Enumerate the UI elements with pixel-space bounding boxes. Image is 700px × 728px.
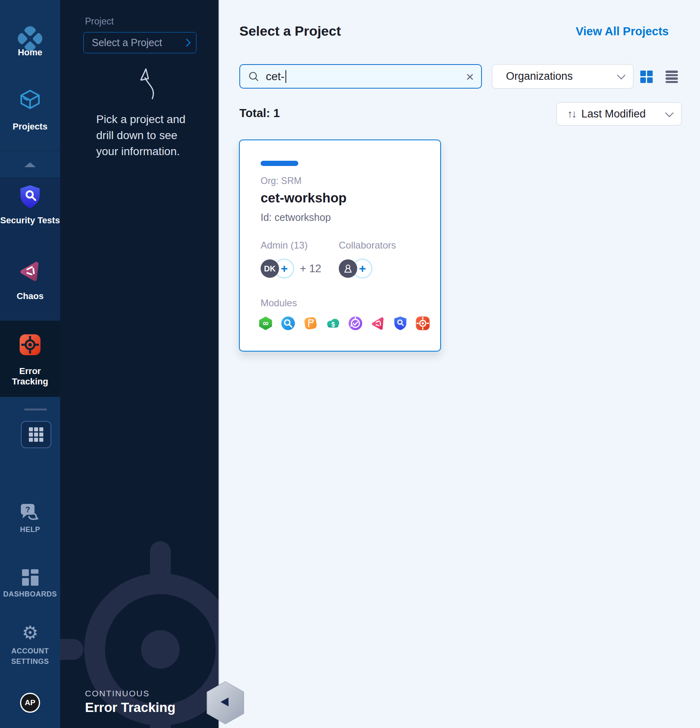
page-title: Select a Project xyxy=(239,23,341,39)
sort-dropdown[interactable]: ↑↓ Last Modified xyxy=(556,102,682,125)
doodle-arrow-icon xyxy=(127,63,164,101)
modules-label: Modules xyxy=(261,297,297,309)
card-project-id: Id: cetworkshop xyxy=(261,212,331,223)
text-caret xyxy=(285,70,287,83)
module-kicker: CONTINUOUS xyxy=(85,689,150,698)
gear-icon: ⚙ xyxy=(0,623,60,642)
list-view-toggle[interactable] xyxy=(666,71,678,83)
sidebar-item-chaos[interactable]: Chaos xyxy=(0,257,60,309)
module-verify-icon xyxy=(281,316,295,331)
sidebar-item-label: Security Tests xyxy=(0,215,60,226)
module-error-tracking-icon xyxy=(415,316,430,331)
launcher-grid-icon xyxy=(29,427,43,442)
search-input[interactable]: cet- × xyxy=(239,64,482,89)
sidebar-item-label: Home xyxy=(0,47,60,58)
project-color-pill xyxy=(261,161,298,166)
chaos-icon xyxy=(18,259,42,283)
module-title: Error Tracking xyxy=(85,700,176,715)
avatar-initials: AP xyxy=(25,698,35,707)
avatar[interactable]: DK xyxy=(261,259,279,278)
user-avatar[interactable]: AP xyxy=(20,693,40,713)
organizations-dropdown[interactable]: Organizations xyxy=(492,64,633,89)
card-project-name: cet-workshop xyxy=(261,190,347,206)
nav-collapse-band[interactable] xyxy=(0,151,60,178)
sidebar-item-label: Chaos xyxy=(0,291,60,301)
search-value: cet- xyxy=(266,70,285,83)
sort-value: Last Modified xyxy=(581,108,666,120)
project-field-label: Project xyxy=(85,16,114,27)
cube-icon xyxy=(17,87,43,113)
chevron-right-icon xyxy=(182,38,191,47)
module-feature-flags-icon xyxy=(303,316,318,331)
total-count: Total: 1 xyxy=(239,107,280,120)
collaborator-avatar-row: + xyxy=(339,259,372,279)
app-window: Home Projects Security xyxy=(0,0,700,728)
sort-arrows-icon: ↑↓ xyxy=(567,108,576,120)
search-icon xyxy=(248,71,259,82)
shield-search-icon xyxy=(19,184,41,209)
module-ci-icon: ∞ xyxy=(258,316,273,331)
error-tracking-icon xyxy=(19,334,41,356)
module-icon-row: ∞ xyxy=(258,316,430,331)
panel-collapse-button[interactable] xyxy=(205,681,245,725)
card-org: Org: SRM xyxy=(261,176,301,186)
sidebar-item-label: DASHBOARDS xyxy=(0,590,60,599)
chevron-down-icon xyxy=(665,109,674,117)
person-icon xyxy=(343,263,353,274)
module-cloud-cost-icon: $ xyxy=(326,316,340,331)
sidebar-item-projects[interactable]: Projects xyxy=(0,84,60,132)
svg-text:∞: ∞ xyxy=(262,318,269,328)
sidebar-item-error-tracking[interactable]: Error Tracking xyxy=(0,331,60,383)
sidebar-item-security-tests[interactable]: Security Tests xyxy=(0,182,60,235)
nav-divider xyxy=(24,408,47,411)
organizations-value: Organizations xyxy=(506,70,618,83)
sidebar-item-label: HELP xyxy=(0,526,60,534)
project-selector-value: Select a Project xyxy=(92,37,184,49)
admin-label: Admin (13) xyxy=(261,240,308,251)
chevron-down-icon xyxy=(617,71,625,79)
project-card[interactable]: Org: SRM cet-workshop Id: cetworkshop Ad… xyxy=(239,140,441,352)
clear-search-icon[interactable]: × xyxy=(466,70,474,83)
sidebar-item-help[interactable]: ? HELP xyxy=(0,503,60,539)
view-all-projects-link[interactable]: View All Projects xyxy=(576,25,669,38)
sidebar-item-home[interactable]: Home xyxy=(0,11,60,63)
collaborator-avatar[interactable] xyxy=(339,259,357,278)
sidebar-item-label: Projects xyxy=(0,121,60,132)
error-tracking-watermark-icon xyxy=(60,537,218,728)
admin-avatar-row: DK + + 12 xyxy=(261,259,321,279)
sidebar-item-label: ACCOUNT SETTINGS xyxy=(0,646,60,667)
project-selector[interactable]: Select a Project xyxy=(83,32,196,53)
left-nav: Home Projects Security xyxy=(0,0,60,728)
collaborators-label: Collaborators xyxy=(339,240,396,251)
admin-more-count: + 12 xyxy=(300,263,321,275)
main-content: Select a Project View All Projects cet- … xyxy=(218,0,700,728)
module-launcher-button[interactable] xyxy=(21,421,51,448)
module-reliability-icon xyxy=(348,316,363,331)
grid-view-toggle[interactable] xyxy=(640,71,653,83)
sidebar-item-dashboards[interactable]: DASHBOARDS xyxy=(0,568,60,605)
svg-text:$: $ xyxy=(332,321,335,328)
panel-hint-text: Pick a project and drill down to see you… xyxy=(96,111,196,160)
collapse-up-icon xyxy=(24,162,36,167)
question-glyph: ? xyxy=(25,505,30,514)
project-panel: Project Select a Project Pick a project … xyxy=(60,0,218,728)
module-chaos-icon xyxy=(370,316,385,331)
module-security-tests-icon xyxy=(393,316,408,331)
dashboards-icon xyxy=(21,568,39,586)
help-chat-icon: ? xyxy=(20,503,41,523)
sidebar-item-account-settings[interactable]: ⚙ ACCOUNT SETTINGS xyxy=(0,623,60,671)
sidebar-item-label: Error Tracking xyxy=(0,366,60,387)
